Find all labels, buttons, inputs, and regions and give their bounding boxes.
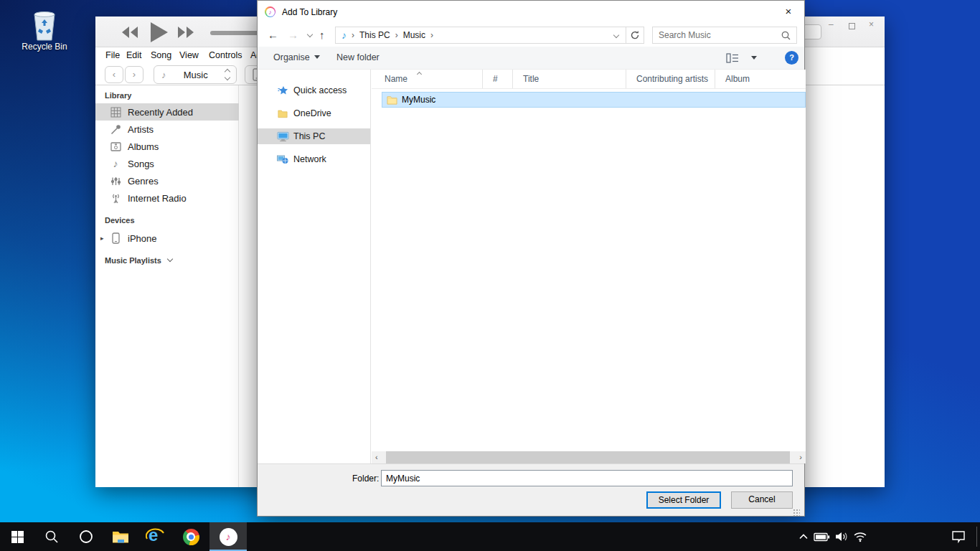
- dialog-footer: Folder: Select Folder Cancel: [258, 463, 804, 516]
- itunes-taskbar-button[interactable]: ♪: [209, 522, 247, 551]
- search-box[interactable]: [652, 27, 797, 44]
- forward-icon[interactable]: →: [288, 29, 298, 41]
- search-input[interactable]: [653, 30, 781, 40]
- antenna-icon: [109, 193, 122, 204]
- column-name[interactable]: Name: [372, 70, 483, 88]
- itunes-forward-button[interactable]: ›: [125, 66, 143, 83]
- recycle-bin-label: Recycle Bin: [16, 42, 73, 52]
- view-mode-icon[interactable]: [726, 53, 739, 63]
- sidebar-item-internet-radio[interactable]: Internet Radio: [95, 189, 239, 207]
- sidebar-item-artists[interactable]: Artists: [95, 121, 239, 138]
- divider: [626, 27, 626, 43]
- address-bar[interactable]: ♪ › This PC › Music ›: [335, 27, 644, 44]
- action-center-button[interactable]: [944, 522, 973, 551]
- playlists-header-label: Music Playlists: [105, 256, 161, 265]
- select-folder-button[interactable]: Select Folder: [646, 491, 721, 509]
- dialog-title: Add To Library: [282, 7, 337, 17]
- column-number[interactable]: #: [483, 70, 513, 88]
- address-dropdown-icon[interactable]: [613, 32, 619, 38]
- organise-button[interactable]: Organise: [273, 52, 320, 62]
- menu-song[interactable]: Song: [151, 50, 171, 60]
- dialog-close-button[interactable]: ×: [773, 1, 804, 22]
- minimize-icon[interactable]: –: [829, 19, 834, 29]
- maximize-icon[interactable]: [849, 23, 855, 29]
- nav-item-onedrive[interactable]: OneDrive: [258, 105, 370, 121]
- album-icon: [109, 141, 122, 152]
- start-button[interactable]: [1, 522, 33, 551]
- chevron-up-icon: [799, 534, 808, 540]
- playlists-header[interactable]: Music Playlists: [105, 256, 172, 265]
- chrome-icon: [183, 529, 199, 545]
- folder-name-input[interactable]: [381, 470, 793, 486]
- sidebar-item-label: Artists: [128, 124, 154, 135]
- recycle-bin-shortcut[interactable]: Recycle Bin: [16, 9, 73, 52]
- nav-item-quick-access[interactable]: Quick access: [258, 83, 370, 98]
- menu-edit[interactable]: Edit: [126, 50, 142, 60]
- itunes-app-icon: ♪: [265, 6, 275, 17]
- quick-access-icon: [276, 85, 289, 96]
- tray-wifi-button[interactable]: [849, 522, 871, 551]
- sidebar-item-songs[interactable]: ♪ Songs: [95, 155, 239, 172]
- file-row-mymusic[interactable]: MyMusic: [382, 92, 806, 108]
- back-icon[interactable]: ←: [268, 29, 278, 41]
- view-dropdown-icon[interactable]: [751, 56, 757, 60]
- menu-file[interactable]: File: [105, 50, 120, 60]
- genres-icon: [109, 176, 122, 187]
- file-name: MyMusic: [402, 95, 435, 105]
- scroll-left-icon[interactable]: ‹: [375, 452, 378, 463]
- nav-item-this-pc[interactable]: This PC: [258, 128, 370, 144]
- breadcrumb-music[interactable]: Music: [403, 30, 425, 40]
- itunes-back-button[interactable]: ‹: [105, 66, 123, 83]
- fast-forward-button[interactable]: [177, 27, 194, 38]
- nav-item-label: Network: [293, 154, 326, 164]
- play-button[interactable]: [150, 22, 169, 42]
- cancel-button[interactable]: Cancel: [731, 491, 793, 509]
- rewind-button[interactable]: [121, 27, 138, 38]
- breadcrumb-separator: ›: [347, 30, 359, 40]
- sidebar-item-genres[interactable]: Genres: [95, 172, 239, 189]
- refresh-icon[interactable]: [630, 30, 640, 40]
- chrome-button[interactable]: [175, 522, 207, 551]
- nav-item-network[interactable]: Network: [258, 151, 370, 167]
- sidebar-item-albums[interactable]: Albums: [95, 138, 239, 155]
- tray-battery-button[interactable]: [811, 522, 832, 551]
- taskbar-search-button[interactable]: [36, 522, 67, 551]
- up-icon[interactable]: ↑: [319, 29, 325, 41]
- dialog-titlebar: ♪ Add To Library ×: [258, 1, 804, 22]
- sidebar-item-label: Internet Radio: [128, 193, 187, 204]
- cortana-icon: [79, 529, 93, 544]
- show-desktop-divider[interactable]: [976, 527, 977, 547]
- disclosure-icon[interactable]: ▸: [100, 235, 104, 242]
- library-header: Library: [105, 91, 131, 100]
- resize-grip[interactable]: [793, 509, 800, 516]
- cortana-button[interactable]: [70, 522, 102, 551]
- scrollbar-thumb[interactable]: [386, 451, 790, 463]
- column-contributing-artists[interactable]: Contributing artists: [626, 70, 715, 88]
- close-window-icon[interactable]: ×: [869, 19, 874, 29]
- sort-ascending-icon: [417, 72, 422, 77]
- dialog-navigation-bar: ← → ↑ ♪ › This PC › Music ›: [258, 22, 804, 47]
- scroll-right-icon[interactable]: ›: [799, 452, 802, 463]
- file-explorer-button[interactable]: [105, 522, 136, 551]
- pane-divider[interactable]: [370, 70, 371, 463]
- menu-controls[interactable]: Controls: [209, 50, 242, 60]
- horizontal-scrollbar[interactable]: ‹ ›: [372, 451, 806, 463]
- internet-explorer-button[interactable]: e: [139, 522, 171, 551]
- sidebar-item-iphone[interactable]: ▸ iPhone: [95, 230, 239, 247]
- sidebar-item-recently-added[interactable]: Recently Added: [95, 103, 239, 121]
- column-title[interactable]: Title: [513, 70, 626, 88]
- file-explorer-icon: [112, 530, 129, 544]
- help-button[interactable]: ?: [785, 51, 798, 65]
- new-folder-button[interactable]: New folder: [336, 52, 380, 62]
- media-type-selector[interactable]: ♪ Music: [154, 65, 237, 84]
- breadcrumb-this-pc[interactable]: This PC: [359, 30, 390, 40]
- speaker-icon: [834, 531, 849, 542]
- column-album[interactable]: Album: [715, 70, 806, 88]
- taskbar: e ♪: [0, 522, 980, 551]
- this-pc-icon: [276, 131, 289, 142]
- dialog-nav-pane: Quick access OneDrive This PC: [258, 70, 370, 463]
- menu-view[interactable]: View: [179, 50, 199, 60]
- nav-item-label: This PC: [293, 131, 325, 141]
- search-icon: [44, 529, 59, 544]
- history-dropdown-icon[interactable]: [307, 32, 313, 37]
